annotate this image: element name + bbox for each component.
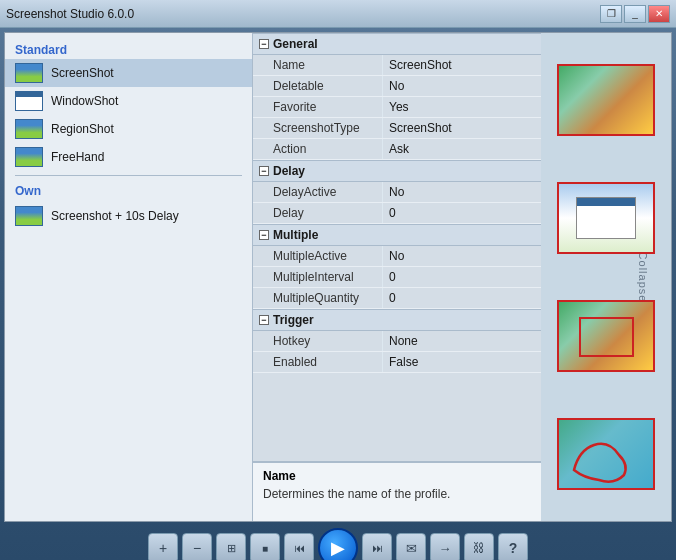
multiple-section-header[interactable]: − Multiple: [253, 224, 541, 246]
bottom-toolbar: + − ⊞ ■ ⏮ ▶ ⏭ ✉ → ⛓ ?: [0, 526, 676, 560]
prop-row-multipleinterval[interactable]: MultipleInterval 0: [253, 267, 541, 288]
own-section-label: Own: [5, 180, 252, 202]
section-divider: [15, 175, 242, 176]
prop-row-multiplequantity[interactable]: MultipleQuantity 0: [253, 288, 541, 309]
prop-value-multiplequantity: 0: [383, 288, 402, 308]
description-title: Name: [263, 469, 531, 483]
trigger-section-header[interactable]: − Trigger: [253, 309, 541, 331]
freehand-icon: [15, 147, 43, 167]
email-button[interactable]: ✉: [396, 533, 426, 560]
collapse-label: Collapse: [638, 252, 650, 303]
prop-value-multipleactive: No: [383, 246, 410, 266]
windowshot-label: WindowShot: [51, 94, 118, 108]
screenshot-label: ScreenShot: [51, 66, 114, 80]
freehand-label: FreeHand: [51, 150, 104, 164]
prop-row-delay[interactable]: Delay 0: [253, 203, 541, 224]
help-button[interactable]: ?: [498, 533, 528, 560]
thumbnail-windowshot[interactable]: [557, 182, 655, 254]
prop-name-name: Name: [253, 55, 383, 75]
add-button[interactable]: +: [148, 533, 178, 560]
prop-name-enabled: Enabled: [253, 352, 383, 372]
prop-row-name[interactable]: Name ScreenShot: [253, 55, 541, 76]
multiple-section-label: Multiple: [273, 228, 318, 242]
next-button[interactable]: ⏭: [362, 533, 392, 560]
remove-button[interactable]: −: [182, 533, 212, 560]
stop-button[interactable]: ■: [250, 533, 280, 560]
prop-row-favorite[interactable]: Favorite Yes: [253, 97, 541, 118]
thumb-window-title-bar: [577, 198, 635, 206]
sidebar-item-regionshot[interactable]: RegionShot: [5, 115, 252, 143]
prop-row-enabled[interactable]: Enabled False: [253, 352, 541, 373]
thumbnails-panel: Collapse: [541, 33, 671, 521]
main-area: Standard ScreenShot WindowShot RegionSho…: [4, 32, 672, 522]
prop-name-multiplequantity: MultipleQuantity: [253, 288, 383, 308]
title-text: Screenshot Studio 6.0.0: [6, 7, 134, 21]
windowshot-icon: [15, 91, 43, 111]
close-button[interactable]: ✕: [648, 5, 670, 23]
prop-value-multipleinterval: 0: [383, 267, 402, 287]
properties-scroll-area[interactable]: − General Name ScreenShot Deletable No F…: [253, 33, 541, 461]
thumbnail-freehand-img: [559, 420, 653, 488]
general-expand-icon[interactable]: −: [259, 39, 269, 49]
regionshot-icon: [15, 119, 43, 139]
screenshot-delay-label: Screenshot + 10s Delay: [51, 209, 179, 223]
thumbnail-windowshot-img: [559, 184, 653, 252]
prop-row-action[interactable]: Action Ask: [253, 139, 541, 160]
grid-button[interactable]: ⊞: [216, 533, 246, 560]
prop-row-hotkey[interactable]: Hotkey None: [253, 331, 541, 352]
sidebar-item-freehand[interactable]: FreeHand: [5, 143, 252, 171]
thumb-window-shape: [576, 197, 636, 239]
prop-value-deletable: No: [383, 76, 410, 96]
title-bar: Screenshot Studio 6.0.0 ❐ _ ✕: [0, 0, 676, 28]
sidebar-item-screenshot[interactable]: ScreenShot: [5, 59, 252, 87]
thumbnail-regionshot[interactable]: [557, 300, 655, 372]
window-controls: ❐ _ ✕: [600, 5, 670, 23]
prop-row-delayactive[interactable]: DelayActive No: [253, 182, 541, 203]
trigger-expand-icon[interactable]: −: [259, 315, 269, 325]
prop-value-delay: 0: [383, 203, 402, 223]
general-section-header[interactable]: − General: [253, 33, 541, 55]
prop-name-screenshottype: ScreenshotType: [253, 118, 383, 138]
thumbnail-freehand[interactable]: [557, 418, 655, 490]
prop-value-favorite: Yes: [383, 97, 415, 117]
link-button[interactable]: ⛓: [464, 533, 494, 560]
thumbnail-screenshot[interactable]: [557, 64, 655, 136]
minimize-button[interactable]: _: [624, 5, 646, 23]
play-button[interactable]: ▶: [318, 528, 358, 560]
delay-icon: [15, 206, 43, 226]
prop-name-multipleactive: MultipleActive: [253, 246, 383, 266]
thumbnail-regionshot-img: [559, 302, 653, 370]
thumbnail-screenshot-img: [559, 66, 653, 134]
prop-value-enabled: False: [383, 352, 424, 372]
regionshot-label: RegionShot: [51, 122, 114, 136]
prop-row-deletable[interactable]: Deletable No: [253, 76, 541, 97]
left-panel: Standard ScreenShot WindowShot RegionSho…: [5, 33, 253, 521]
prop-name-favorite: Favorite: [253, 97, 383, 117]
prop-spacer: [253, 373, 541, 453]
prop-value-action: Ask: [383, 139, 415, 159]
prop-name-action: Action: [253, 139, 383, 159]
sidebar-item-screenshot-delay[interactable]: Screenshot + 10s Delay: [5, 202, 252, 230]
arrow-button[interactable]: →: [430, 533, 460, 560]
properties-panel: − General Name ScreenShot Deletable No F…: [253, 33, 541, 521]
delay-section-header[interactable]: − Delay: [253, 160, 541, 182]
prop-name-hotkey: Hotkey: [253, 331, 383, 351]
description-text: Determines the name of the profile.: [263, 487, 531, 501]
prop-row-multipleactive[interactable]: MultipleActive No: [253, 246, 541, 267]
thumb-region-rect: [579, 317, 634, 357]
general-section-label: General: [273, 37, 318, 51]
delay-section-label: Delay: [273, 164, 305, 178]
description-area: Name Determines the name of the profile.: [253, 461, 541, 521]
prop-row-screenshottype[interactable]: ScreenshotType ScreenShot: [253, 118, 541, 139]
prop-name-delay: Delay: [253, 203, 383, 223]
prop-value-name: ScreenShot: [383, 55, 458, 75]
prop-value-screenshottype: ScreenShot: [383, 118, 458, 138]
multiple-expand-icon[interactable]: −: [259, 230, 269, 240]
prop-value-delayactive: No: [383, 182, 410, 202]
prop-name-deletable: Deletable: [253, 76, 383, 96]
trigger-section-label: Trigger: [273, 313, 314, 327]
delay-expand-icon[interactable]: −: [259, 166, 269, 176]
sidebar-item-windowshot[interactable]: WindowShot: [5, 87, 252, 115]
restore-button[interactable]: ❐: [600, 5, 622, 23]
prev-button[interactable]: ⏮: [284, 533, 314, 560]
